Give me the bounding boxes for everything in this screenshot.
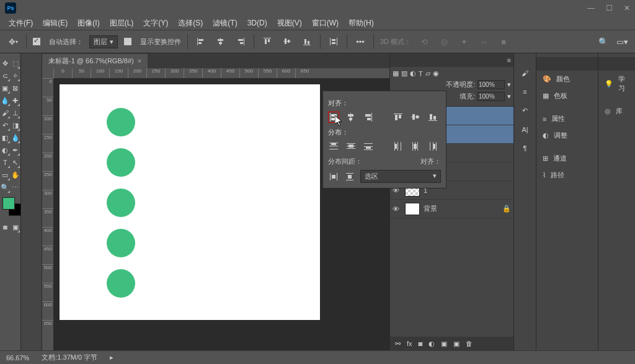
- character-panel-icon[interactable]: A|: [522, 126, 528, 133]
- type-tool-icon[interactable]: T: [0, 156, 11, 169]
- dodge-tool-icon[interactable]: ◐: [0, 144, 11, 156]
- menu-filter[interactable]: 滤镜(T): [210, 17, 239, 30]
- menu-select[interactable]: 选择(S): [175, 17, 205, 30]
- minimize-button[interactable]: —: [587, 4, 595, 12]
- visibility-icon[interactable]: 👁: [393, 205, 401, 213]
- filter-type-icon[interactable]: T: [419, 70, 423, 78]
- blur-tool-icon[interactable]: 💧: [11, 131, 21, 144]
- filter-pixel-icon[interactable]: ▨: [401, 69, 407, 78]
- hand-tool-icon[interactable]: ✋: [11, 169, 21, 181]
- move-tool-icon[interactable]: ✥▾: [6, 35, 20, 48]
- sidebar-item-swatches[interactable]: ▦色板: [536, 87, 598, 104]
- sidebar-item-learn[interactable]: 💡学习: [598, 71, 635, 97]
- lasso-tool-icon[interactable]: ⊂: [0, 69, 11, 82]
- sidebar-item-adjustments[interactable]: ◐调整: [536, 127, 598, 144]
- menu-layer[interactable]: 图层(L): [107, 17, 136, 30]
- opacity-input[interactable]: [477, 80, 505, 89]
- popup-align-vcenter-icon[interactable]: [410, 112, 421, 123]
- menu-file[interactable]: 文件(F): [6, 17, 35, 30]
- gradient-tool-icon[interactable]: ◧: [0, 131, 11, 144]
- more-align-icon[interactable]: •••: [353, 35, 367, 48]
- workspace-icon[interactable]: ▭▾: [615, 35, 629, 48]
- new-group-icon[interactable]: ▣: [441, 340, 447, 348]
- marquee-tool-icon[interactable]: ⬚: [11, 57, 21, 69]
- popup-alignto-dropdown[interactable]: 选区▾: [360, 170, 441, 183]
- brush-tool-icon[interactable]: 🖌: [0, 107, 11, 119]
- popup-align-hcenter-icon[interactable]: [345, 112, 357, 123]
- popup-dist-bottom-icon[interactable]: [363, 141, 374, 152]
- zoom-tool-icon[interactable]: 🔍: [0, 181, 11, 193]
- document-tab[interactable]: 未标题-1 @ 66.7%(RGB/8#) ×: [42, 54, 148, 68]
- filter-shape-icon[interactable]: ▱: [425, 69, 430, 78]
- shape-circle[interactable]: [107, 148, 135, 177]
- path-tool-icon[interactable]: ↖: [11, 156, 21, 169]
- popup-dist-top-icon[interactable]: [328, 141, 339, 152]
- new-layer-icon[interactable]: ▣: [453, 340, 460, 348]
- popup-dist-vcenter-icon[interactable]: [345, 141, 357, 152]
- menu-help[interactable]: 帮助(H): [346, 17, 376, 30]
- quickmask-icon[interactable]: ◙: [0, 221, 11, 233]
- brush-settings-icon[interactable]: ≡: [523, 88, 526, 95]
- popup-dist-left-icon[interactable]: [393, 141, 404, 152]
- menu-view[interactable]: 视图(V): [275, 17, 304, 30]
- align-vcenter-icon[interactable]: [280, 35, 294, 48]
- menu-type[interactable]: 文字(Y): [141, 17, 171, 30]
- auto-select-checkbox[interactable]: [33, 38, 40, 45]
- align-bottom-icon[interactable]: [300, 35, 314, 48]
- shape-circle[interactable]: [107, 189, 135, 217]
- move-tool-icon[interactable]: ✥: [0, 57, 11, 69]
- stamp-tool-icon[interactable]: ⊥: [11, 107, 21, 119]
- distribute-icon[interactable]: [327, 35, 340, 48]
- auto-select-dropdown[interactable]: 图层▾: [89, 35, 118, 48]
- sidebar-item-libraries[interactable]: ◎库: [598, 103, 635, 120]
- popup-align-left-icon[interactable]: [328, 112, 339, 123]
- eyedropper-tool-icon[interactable]: 💧: [0, 94, 11, 107]
- align-top-icon[interactable]: [260, 35, 274, 48]
- layer-mask-icon[interactable]: ◙: [419, 340, 423, 347]
- more-tools-icon[interactable]: ⋯: [11, 181, 21, 193]
- menu-edit[interactable]: 编辑(E): [40, 17, 70, 30]
- align-hcenter-icon[interactable]: [214, 35, 228, 48]
- shape-circle[interactable]: [107, 229, 135, 257]
- popup-align-right-icon[interactable]: [363, 112, 374, 123]
- fill-input[interactable]: [477, 92, 505, 101]
- shape-circle[interactable]: [107, 108, 135, 136]
- history-panel-icon[interactable]: ↶: [522, 107, 528, 115]
- search-icon[interactable]: 🔍: [597, 35, 610, 48]
- shape-circle[interactable]: [107, 269, 135, 298]
- wand-tool-icon[interactable]: ✧: [11, 69, 21, 82]
- eraser-tool-icon[interactable]: ◨: [11, 119, 21, 131]
- brush-panel-icon[interactable]: 🖌: [522, 69, 528, 77]
- sidebar-item-color[interactable]: 🎨颜色: [536, 71, 598, 87]
- adjustment-layer-icon[interactable]: ◐: [429, 340, 435, 348]
- filter-smart-icon[interactable]: ◉: [433, 69, 439, 78]
- menu-image[interactable]: 图像(I): [75, 17, 102, 30]
- color-swatches[interactable]: [0, 196, 20, 221]
- pen-tool-icon[interactable]: ✒: [11, 144, 21, 156]
- close-button[interactable]: ✕: [624, 4, 630, 12]
- popup-spacing-v-icon[interactable]: [344, 171, 355, 182]
- history-brush-icon[interactable]: ↶: [0, 119, 11, 131]
- popup-dist-right-icon[interactable]: [427, 141, 438, 152]
- shape-tool-icon[interactable]: ▭: [0, 169, 11, 181]
- close-tab-icon[interactable]: ×: [138, 57, 141, 64]
- filter-icon[interactable]: ▦: [393, 69, 399, 78]
- popup-align-bottom-icon[interactable]: [427, 112, 438, 123]
- maximize-button[interactable]: ☐: [606, 4, 613, 12]
- sidebar-item-channels[interactable]: ⊞通道: [536, 150, 598, 167]
- layer-name[interactable]: 背景: [424, 204, 437, 213]
- layer-row[interactable]: 👁背景🔒: [390, 200, 513, 218]
- screenmode-icon[interactable]: ▣: [11, 221, 21, 233]
- popup-dist-hcenter-icon[interactable]: [410, 141, 421, 152]
- popup-align-top-icon[interactable]: [393, 112, 404, 123]
- zoom-level[interactable]: 66.67%: [6, 354, 29, 362]
- menu-window[interactable]: 窗口(W): [309, 17, 341, 30]
- crop-tool-icon[interactable]: ▣: [0, 82, 11, 94]
- show-transform-checkbox[interactable]: [124, 38, 131, 45]
- foreground-color-swatch[interactable]: [2, 197, 15, 210]
- heal-tool-icon[interactable]: ✚: [11, 94, 21, 107]
- popup-spacing-h-icon[interactable]: [328, 171, 339, 182]
- menu-3d[interactable]: 3D(D): [245, 17, 270, 29]
- sidebar-item-properties[interactable]: ≡属性: [536, 110, 598, 127]
- filter-adj-icon[interactable]: ◐: [410, 69, 416, 78]
